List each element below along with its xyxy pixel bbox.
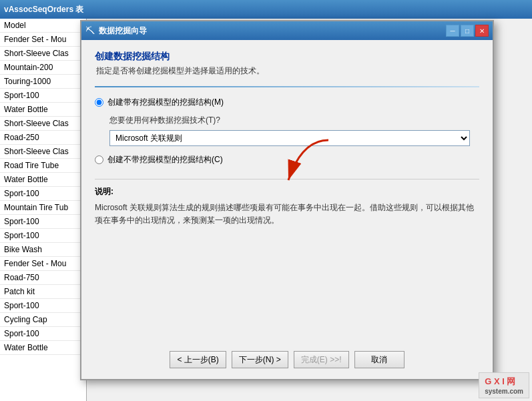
option1-radio[interactable] — [95, 98, 103, 107]
maximize-button[interactable]: □ — [461, 25, 474, 37]
watermark-text: G X I 网 — [485, 376, 523, 388]
minimize-button[interactable]: ─ — [446, 25, 459, 37]
dialog-titlebar: ⛏ 数据挖掘向导 ─ □ ✕ — [81, 21, 493, 40]
wizard-icon: ⛏ — [85, 25, 95, 36]
dialog-title-controls: ─ □ ✕ — [446, 25, 489, 37]
tech-select[interactable]: Microsoft 关联规则Microsoft 决策树Microsoft 聚类分… — [109, 130, 470, 146]
desc-title: 说明: — [95, 186, 479, 197]
option-group-1: 创建带有挖掘模型的挖掘结构(M) 您要使用何种数据挖掘技术(T)? Micros… — [95, 97, 479, 146]
close-button[interactable]: ✕ — [475, 25, 489, 37]
wizard-dialog: ⛏ 数据挖掘向导 ─ □ ✕ 创建数据挖掘结构 指定是否将创建挖掘模型并选择最适… — [80, 20, 494, 380]
dialog-header: 创建数据挖掘结构 指定是否将创建挖掘模型并选择最适用的技术。 — [95, 51, 479, 77]
dialog-title-left: ⛏ 数据挖掘向导 — [85, 25, 147, 37]
back-button[interactable]: < 上一步(B) — [170, 351, 226, 368]
desc-section: 说明: Microsoft 关联规则算法生成的规则描述哪些项最有可能在事务中出现… — [95, 179, 479, 227]
dialog-body: 创建数据挖掘结构 指定是否将创建挖掘模型并选择最适用的技术。 创建带有挖掘模型的… — [81, 40, 493, 238]
option1-sublabel: 您要使用何种数据挖掘技术(T)? — [109, 115, 479, 126]
dialog-overlay: ⛏ 数据挖掘向导 ─ □ ✕ 创建数据挖掘结构 指定是否将创建挖掘模型并选择最适… — [0, 0, 532, 401]
option2-radio[interactable] — [95, 155, 103, 164]
option-row-2: 创建不带挖掘模型的挖掘结构(C) — [95, 154, 479, 165]
header-divider — [95, 86, 479, 87]
cancel-button[interactable]: 取消 — [354, 351, 405, 368]
watermark: G X I 网 system.com — [479, 372, 529, 398]
dialog-subtitle: 指定是否将创建挖掘模型并选择最适用的技术。 — [96, 65, 479, 77]
option1-label[interactable]: 创建带有挖掘模型的挖掘结构(M) — [107, 97, 224, 108]
option2-label[interactable]: 创建不带挖掘模型的挖掘结构(C) — [107, 154, 223, 165]
next-button[interactable]: 下一步(N) > — [232, 351, 288, 368]
option-row-1: 创建带有挖掘模型的挖掘结构(M) — [95, 97, 479, 108]
desc-text: Microsoft 关联规则算法生成的规则描述哪些项最有可能在事务中出现在一起。… — [95, 202, 479, 227]
dialog-footer: < 上一步(B) 下一步(N) > 完成(E) >>! 取消 — [81, 351, 493, 368]
dialog-main-title: 创建数据挖掘结构 — [95, 51, 479, 63]
watermark-subtext: system.com — [485, 388, 523, 395]
dialog-title-text: 数据挖掘向导 — [99, 25, 147, 37]
option-group-2: 创建不带挖掘模型的挖掘结构(C) — [95, 154, 479, 165]
finish-button[interactable]: 完成(E) >>! — [294, 351, 349, 368]
